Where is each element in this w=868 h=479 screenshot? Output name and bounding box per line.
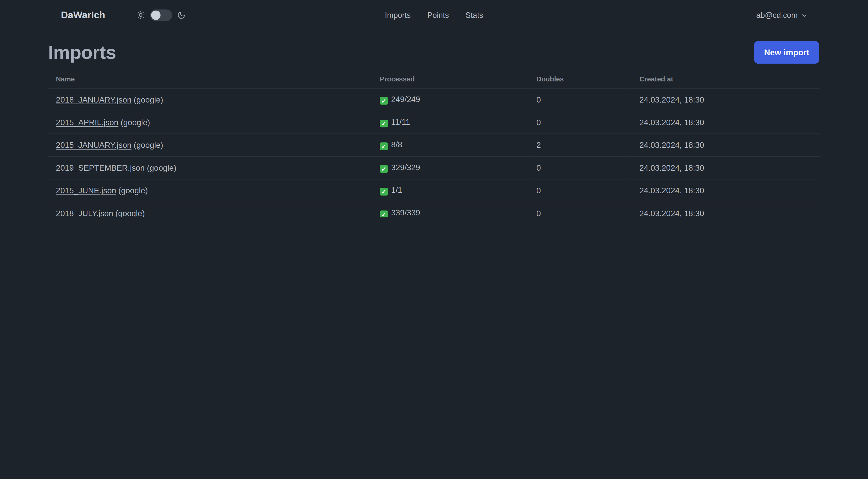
chevron-down-icon: [801, 11, 807, 19]
processed-cell: ✓329/329: [372, 156, 529, 179]
processed-cell: ✓249/249: [372, 88, 529, 111]
import-file-link[interactable]: 2018_JANUARY.json: [56, 95, 132, 104]
created-at-cell: 24.03.2024, 18:30: [632, 134, 820, 156]
doubles-cell: 2: [529, 134, 632, 156]
user-menu[interactable]: ab@cd.com: [756, 10, 808, 19]
column-header-created-at: Created at: [632, 70, 820, 88]
created-at-cell: 24.03.2024, 18:30: [632, 156, 820, 179]
import-file-link[interactable]: 2019_SEPTEMBER.json: [56, 163, 145, 172]
check-icon: ✓: [380, 142, 388, 150]
processed-count: 249/249: [391, 94, 420, 103]
table-header-row: NameProcessedDoublesCreated at: [48, 70, 820, 88]
processed-count: 11/11: [391, 117, 410, 126]
doubles-cell: 0: [529, 111, 632, 134]
import-file-link[interactable]: 2015_APRIL.json: [56, 118, 119, 127]
column-header-processed: Processed: [372, 70, 529, 88]
column-header-doubles: Doubles: [529, 70, 632, 88]
processed-cell: ✓11/11: [372, 111, 529, 134]
doubles-cell: 0: [529, 202, 632, 217]
import-name-cell: 2019_SEPTEMBER.json(google): [48, 156, 372, 179]
imports-table: NameProcessedDoublesCreated at 2018_JANU…: [48, 70, 820, 217]
table-row: 2015_JUNE.json(google)✓1/1024.03.2024, 1…: [48, 179, 820, 202]
processed-count: 339/339: [391, 208, 420, 217]
doubles-cell: 0: [529, 88, 632, 111]
table-header: NameProcessedDoublesCreated at: [48, 70, 820, 88]
import-file-link[interactable]: 2015_JUNE.json: [56, 186, 116, 195]
column-header-name: Name: [48, 70, 372, 88]
nav-link-imports[interactable]: Imports: [385, 10, 411, 19]
theme-toggle[interactable]: [150, 9, 172, 21]
brand-logo[interactable]: DaWarIch: [61, 9, 105, 21]
processed-count: 329/329: [391, 162, 420, 171]
moon-icon: [177, 11, 185, 19]
import-source: (google): [134, 141, 163, 150]
table-row: 2018_JULY.json(google)✓339/339024.03.202…: [48, 202, 820, 217]
new-import-button[interactable]: New import: [754, 41, 819, 64]
import-source: (google): [118, 186, 148, 195]
import-file-link[interactable]: 2018_JULY.json: [56, 209, 113, 217]
import-name-cell: 2015_JANUARY.json(google): [48, 134, 372, 156]
created-at-cell: 24.03.2024, 18:30: [632, 179, 820, 202]
page-header: Imports New import: [48, 41, 819, 64]
navbar: DaWarIch ImportsPointsStats ab@cd.com: [0, 0, 868, 30]
import-source: (google): [115, 209, 145, 217]
doubles-cell: 0: [529, 156, 632, 179]
import-file-link[interactable]: 2015_JANUARY.json: [56, 141, 132, 150]
table-row: 2015_JANUARY.json(google)✓8/8224.03.2024…: [48, 134, 820, 156]
nav-link-points[interactable]: Points: [427, 10, 449, 19]
processed-cell: ✓1/1: [372, 179, 529, 202]
page-title: Imports: [48, 41, 116, 64]
import-name-cell: 2015_APRIL.json(google): [48, 111, 372, 134]
app-viewport: DaWarIch ImportsPointsStats ab@cd.com: [0, 0, 868, 217]
check-icon: ✓: [380, 210, 388, 217]
processed-cell: ✓339/339: [372, 202, 529, 217]
table-row: 2015_APRIL.json(google)✓11/11024.03.2024…: [48, 111, 820, 134]
imports-table-body: 2018_JANUARY.json(google)✓249/249024.03.…: [48, 88, 820, 217]
import-name-cell: 2018_JULY.json(google): [48, 202, 372, 217]
nav-links: ImportsPointsStats: [385, 0, 483, 30]
check-icon: ✓: [380, 97, 388, 105]
theme-toggle-knob: [151, 10, 160, 20]
import-source: (google): [134, 95, 163, 104]
processed-count: 1/1: [391, 185, 402, 194]
nav-link-stats[interactable]: Stats: [465, 10, 483, 19]
created-at-cell: 24.03.2024, 18:30: [632, 88, 820, 111]
import-source: (google): [121, 118, 150, 127]
import-source: (google): [147, 163, 176, 172]
theme-switcher: [136, 9, 185, 21]
processed-cell: ✓8/8: [372, 134, 529, 156]
user-email: ab@cd.com: [756, 10, 798, 19]
processed-count: 8/8: [391, 140, 402, 149]
sun-icon: [136, 10, 145, 19]
check-icon: ✓: [380, 188, 388, 196]
check-icon: ✓: [380, 120, 388, 128]
import-name-cell: 2018_JANUARY.json(google): [48, 88, 372, 111]
created-at-cell: 24.03.2024, 18:30: [632, 111, 820, 134]
imports-table-wrap: NameProcessedDoublesCreated at 2018_JANU…: [48, 70, 820, 217]
import-name-cell: 2015_JUNE.json(google): [48, 179, 372, 202]
created-at-cell: 24.03.2024, 18:30: [632, 202, 820, 217]
check-icon: ✓: [380, 165, 388, 173]
table-row: 2019_SEPTEMBER.json(google)✓329/329024.0…: [48, 156, 820, 179]
table-row: 2018_JANUARY.json(google)✓249/249024.03.…: [48, 88, 820, 111]
doubles-cell: 0: [529, 179, 632, 202]
